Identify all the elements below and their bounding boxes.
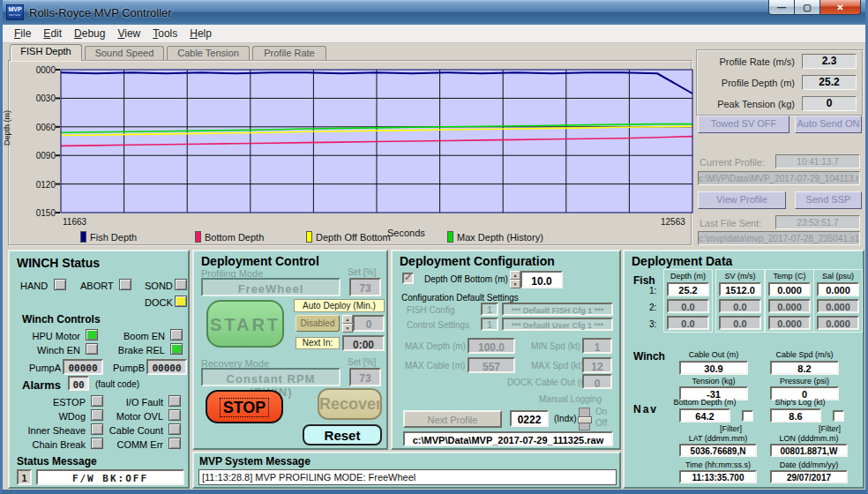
chain-break-led — [91, 438, 103, 449]
recovery-set-label: Set [%] — [348, 357, 376, 367]
towed-sv-button[interactable]: Towed SV OFF — [698, 116, 789, 133]
pumpb-label: PumpB — [113, 363, 145, 373]
auto-deploy-label: Auto Deploy (Min.) — [294, 299, 385, 312]
io-fault-led — [168, 395, 181, 407]
bottom-depth-value: 64.2 — [679, 408, 730, 423]
fish-depth-chart-panel: 000000300060009001200150 Depth (m) 11663… — [8, 60, 692, 246]
maximize-button[interactable]: ▢ — [795, 0, 820, 15]
legend-fish-depth: Fish Depth — [80, 231, 137, 243]
fish2-sal: 0.000 — [817, 299, 859, 313]
tab-profile-rate[interactable]: Profile Rate — [252, 46, 326, 61]
menu-edit[interactable]: Edit — [37, 26, 68, 41]
title-bar: MVP 〰〰 Rolls-Royce MVP Controller — ▢ ✕ — [0, 0, 868, 25]
winch-status-panel: WINCH Status HAND ABORT SOND DOCK Winch … — [8, 250, 190, 489]
alarms-label: Alarms — [22, 378, 61, 392]
time-value: 11:13:35.700 — [679, 470, 757, 483]
pumpa-label: PumpA — [29, 363, 61, 373]
toggle-thumb[interactable] — [578, 416, 592, 423]
wdog-label: WDog — [31, 411, 86, 422]
wdog-led — [91, 409, 103, 421]
max-depth-color-chip — [447, 231, 453, 243]
depth-off-bottom-spinner[interactable]: ▲ ▼ — [510, 271, 520, 288]
x-tick-min: 11663 — [63, 217, 86, 227]
depth-off-bottom-value[interactable]: 10.0 — [520, 271, 563, 288]
bottom-depth-label: Bottom Depth (m) — [670, 398, 739, 407]
menu-view[interactable]: View — [111, 26, 146, 41]
menu-help[interactable]: Help — [183, 26, 218, 41]
system-message-title: MVP System Message — [199, 455, 311, 468]
boom-en-label: Boom EN — [116, 331, 165, 341]
recover-button[interactable]: Recover — [318, 388, 382, 420]
reset-button[interactable]: Reset — [303, 424, 382, 445]
next-profile-file: c:\MVP\Data\MVP_2017-07-29_111325.raw — [403, 431, 613, 446]
fish-depth-header: Depth (m) — [666, 272, 710, 281]
next-profile-button[interactable]: Next Profile — [403, 410, 502, 428]
fish1-temp: 0.000 — [768, 282, 811, 296]
fish-sv-header: SV (m/s) — [718, 272, 762, 281]
app-logo-icon: MVP 〰〰 — [6, 4, 24, 20]
chart-legend: Fish Depth Bottom Depth Depth Off Bottom… — [10, 231, 689, 245]
tab-sound-speed[interactable]: Sound Speed — [85, 46, 164, 61]
inner-sheave-label: Inner Sheave — [22, 425, 86, 436]
last-file-sent-time: 23:53:51.7 — [775, 215, 860, 229]
menu-file[interactable]: File — [8, 26, 37, 41]
current-profile-label: Current Profile: — [700, 157, 765, 168]
ships-log-filter-checkbox[interactable] — [833, 410, 844, 422]
inner-sheave-led — [91, 423, 103, 435]
status-index: 1 — [17, 469, 32, 485]
tab-fish-depth[interactable]: FISH Depth — [10, 44, 82, 61]
menu-debug[interactable]: Debug — [68, 26, 111, 41]
max-cable-label: MAX Cable (m) — [405, 361, 465, 370]
spinner-down-icon[interactable]: ▼ — [510, 280, 520, 288]
profiling-set-label: Set [%] — [348, 267, 376, 277]
deployment-configuration-title: Deployment Configuration — [400, 254, 555, 268]
x-tick-max: 12563 — [661, 217, 685, 227]
send-ssp-button[interactable]: Send SSP — [795, 191, 862, 209]
minimize-button[interactable]: — — [768, 0, 795, 15]
menu-tools[interactable]: Tools — [146, 26, 183, 41]
cable-spd-label: Cable Spd (m/s) — [770, 350, 839, 359]
legend-depth-off-bottom: Depth Off Bottom — [306, 231, 391, 243]
ships-log-label: Ship's Log (kt) — [766, 398, 834, 407]
bottom-depth-filter-label: [Filter] — [720, 424, 742, 433]
fish-config-label: FISH Config — [407, 305, 454, 315]
last-file-sent-label: Last File Sent: — [700, 218, 761, 228]
indx-label: (Indx) — [554, 414, 577, 423]
start-button[interactable]: START — [206, 300, 284, 348]
auto-deploy-disabled-button[interactable]: Disabled — [296, 315, 340, 332]
manual-logging-toggle[interactable] — [579, 408, 590, 430]
view-profile-button[interactable]: View Profile — [698, 191, 786, 209]
tab-cable-tension[interactable]: Cable Tension — [167, 46, 250, 61]
spinner-down-icon[interactable]: ▼ — [342, 324, 353, 333]
max-cable-value: 557 — [468, 357, 515, 373]
spinner-up-icon[interactable]: ▲ — [342, 315, 353, 324]
fish-row3-label: 3: — [649, 319, 656, 329]
menu-bar: File Edit Debug View Tools Help — [3, 25, 865, 43]
bottom-depth-color-chip — [195, 231, 201, 243]
manual-logging-label: Manual Logging — [539, 394, 602, 404]
estop-label: ESTOP — [31, 397, 86, 408]
deployment-control-panel: Deployment Control Profiling Mode Set [%… — [192, 250, 388, 450]
winch-en-led — [86, 343, 98, 355]
recovery-set-value: 73 — [349, 368, 381, 386]
bottom-depth-filter-checkbox[interactable] — [742, 410, 753, 422]
stop-button[interactable]: STOP — [206, 390, 283, 423]
abort-label: ABORT — [80, 281, 114, 291]
winch-en-label: Winch EN — [26, 345, 80, 356]
winch-section-label: Winch — [633, 350, 665, 363]
peak-tension-value: 0 — [802, 96, 857, 111]
recovery-mode-value: Constant RPM (RWIN) — [201, 368, 340, 386]
comm-err-led — [168, 438, 181, 449]
y-tick-label: 0060 — [36, 123, 56, 132]
peak-tension-label: Peak Tension (kg) — [701, 99, 795, 109]
toggle-on-label: On — [595, 407, 607, 416]
auto-deploy-spinner[interactable]: ▲ ▼ — [342, 315, 353, 332]
profile-depth-label: Profile Depth (m) — [701, 78, 795, 88]
toggle-off-label: Off — [595, 418, 607, 428]
depth-off-bottom-checkbox[interactable] — [402, 273, 414, 284]
max-depth-value: 100.0 — [468, 338, 515, 354]
auto-send-button[interactable]: Auto Send ON — [795, 116, 862, 133]
lon-value: 00801.8871,W — [770, 444, 848, 457]
close-button[interactable]: ✕ — [820, 0, 861, 15]
spinner-up-icon[interactable]: ▲ — [510, 271, 520, 280]
